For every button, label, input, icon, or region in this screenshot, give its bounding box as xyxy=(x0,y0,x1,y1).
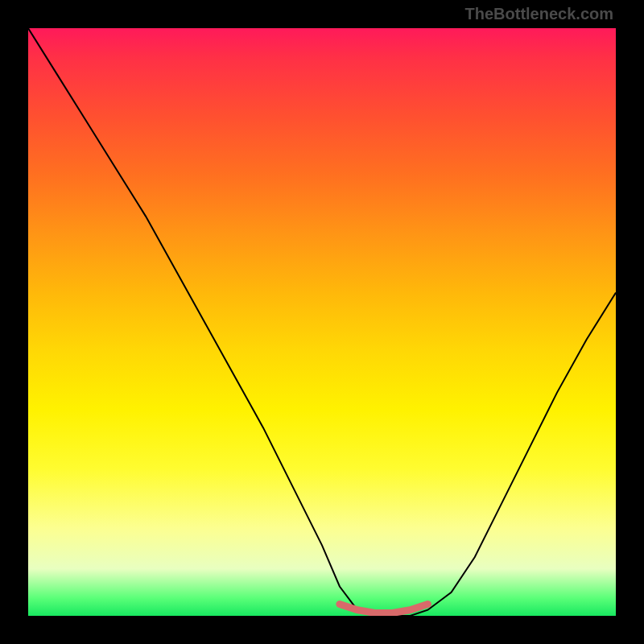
watermark-label: TheBottleneck.com xyxy=(465,5,613,23)
plot-area xyxy=(28,28,616,616)
bottom-marker-line xyxy=(340,604,428,613)
bottleneck-curve-line xyxy=(28,28,616,616)
chart-container: TheBottleneck.com xyxy=(0,0,644,644)
curve-svg xyxy=(28,28,616,616)
